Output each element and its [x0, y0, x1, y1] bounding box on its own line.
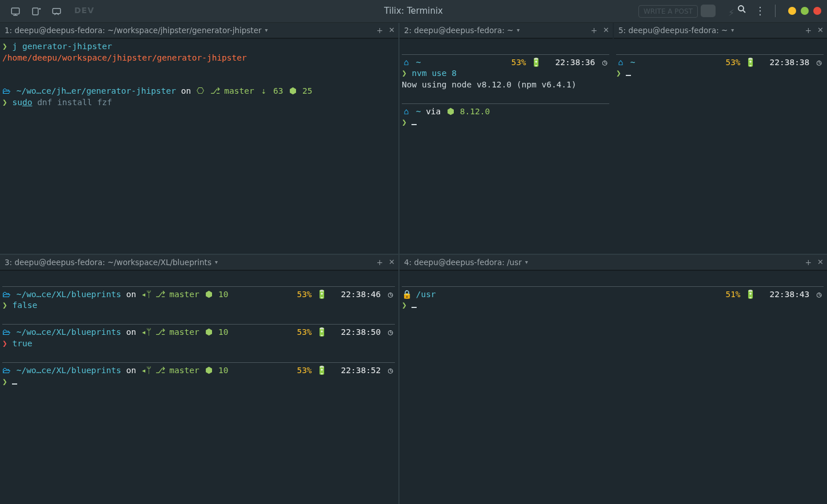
pane-2-tab-label[interactable]: 2: deepu@deepus-fedora: ~ ▾: [403, 25, 521, 35]
pane-2-status-2: ⌂ ~ via ⬢ 8.12.0: [402, 106, 609, 118]
close-terminal-icon[interactable]: ✕: [389, 25, 395, 35]
resolved-path: /home/deepu/workspace/jhipster/generator…: [2, 53, 247, 62]
new-window-icon[interactable]: [31, 6, 41, 17]
cmd-text: j generator-jhipster: [12, 42, 112, 51]
stash-count: 10: [218, 289, 228, 301]
stash-icon: ⬢: [204, 289, 213, 301]
close-terminal-icon[interactable]: ✕: [817, 257, 824, 267]
pane-5-terminal[interactable]: ⌂ ~ 53% 🔋 22:38:38 ◷ ❯: [614, 39, 827, 79]
new-session-icon[interactable]: [10, 6, 21, 17]
node-icon: ⬢: [446, 106, 455, 118]
pane-1-terminal[interactable]: ❯ j generator-jhipster /home/deepu/works…: [0, 39, 398, 108]
chevron-down-icon[interactable]: ▾: [731, 26, 734, 34]
chevron-down-icon[interactable]: ▾: [265, 26, 268, 34]
folder-icon: 🗁: [2, 86, 11, 97]
kebab-menu-icon[interactable]: ⋮: [755, 4, 765, 18]
git-icon: ◂ᛘ: [141, 289, 150, 301]
cmd2-rest: dnf install fzf: [32, 98, 112, 107]
svg-rect-0: [11, 8, 19, 14]
tab-title: 4: deepu@deepus-fedora: /usr: [404, 257, 522, 267]
svg-rect-3: [33, 8, 38, 15]
close-terminal-icon[interactable]: ✕: [389, 257, 395, 267]
via-label: via: [426, 106, 441, 118]
svg-point-7: [738, 6, 744, 11]
pane-3-tab-controls: + ✕: [377, 257, 395, 267]
tab-title: 3: deepu@deepus-fedora: ~/workspace/XL/b…: [5, 257, 211, 267]
git-branch-icon: ⎇: [155, 289, 165, 301]
add-terminal-icon[interactable]: +: [591, 25, 597, 35]
pane-3-status-2: 🗁 ~/wo…ce/XL/blueprints on ◂ᛘ ⎇ master ⬢…: [2, 365, 395, 377]
search-icon[interactable]: [737, 4, 747, 18]
battery-icon: 🔋: [745, 289, 754, 301]
clock-time: 22:38:50: [341, 327, 381, 338]
close-terminal-icon[interactable]: ✕: [603, 25, 609, 35]
pane-2-tab-controls: + ✕: [591, 25, 609, 35]
stash-count: 10: [218, 327, 228, 338]
clock-time: 22:38:38: [769, 57, 809, 69]
pane-4-tab-controls: + ✕: [805, 257, 824, 267]
add-terminal-icon[interactable]: +: [377, 257, 383, 267]
tab-title: 2: deepu@deepus-fedora: ~: [404, 25, 513, 35]
pane-5-tab-label[interactable]: 5: deepu@deepus-fedora: ~ ▾: [617, 25, 735, 35]
clock-time: 22:38:46: [341, 289, 381, 301]
pane-4-terminal[interactable]: 🔒 /usr 51% 🔋 22:38:43 ◷ ❯: [399, 271, 827, 311]
output-line: Now using node v8.12.0 (npm v6.4.1): [402, 79, 609, 91]
status-path: ~/wo…ce/jh…er/generator-jhipster: [17, 86, 176, 97]
chevron-down-icon[interactable]: ▾: [517, 26, 520, 34]
pane-1-tab-controls: + ✕: [377, 25, 395, 35]
svg-line-8: [743, 10, 745, 13]
minimize-button[interactable]: [788, 7, 796, 15]
pane-2-tabstrip: 2: deepu@deepus-fedora: ~ ▾ + ✕: [399, 23, 613, 39]
clock-icon: ◷: [814, 289, 824, 301]
close-terminal-icon[interactable]: ✕: [817, 25, 824, 35]
window-titlebar: DEV Tilix: Terminix WRITE A POST ⚡ ⋮: [0, 0, 827, 23]
battery-pct: 53%: [297, 365, 311, 377]
stash-icon: ⬢: [204, 327, 213, 338]
window-controls: [786, 7, 821, 15]
chevron-down-icon[interactable]: ▾: [525, 258, 528, 266]
pane-4-status: 🔒 /usr 51% 🔋 22:38:43 ◷: [402, 289, 824, 301]
maximize-button[interactable]: [801, 7, 809, 15]
home-icon: ⌂: [402, 106, 411, 118]
add-terminal-icon[interactable]: +: [805, 25, 812, 35]
add-terminal-icon[interactable]: +: [377, 25, 383, 35]
titlebar-separator: [775, 5, 776, 17]
clock-time: 22:38:43: [769, 289, 809, 301]
cmd-text: true: [12, 339, 32, 348]
status-path: /usr: [416, 289, 436, 301]
pane-3-tab-label[interactable]: 3: deepu@deepus-fedora: ~/workspace/XL/b…: [3, 257, 219, 267]
branch-name: master: [169, 327, 199, 338]
pane-4-tabstrip: 4: deepu@deepus-fedora: /usr ▾ + ✕: [399, 255, 827, 271]
pane-4-tab-label[interactable]: 4: deepu@deepus-fedora: /usr ▾: [403, 257, 529, 267]
pane-5-tabstrip: 5: deepu@deepus-fedora: ~ ▾ + ✕: [614, 23, 827, 39]
pane-1-tab-label[interactable]: 1: deepu@deepus-fedora: ~/workspace/jhip…: [3, 25, 269, 35]
clock-time: 22:38:52: [341, 365, 381, 377]
lock-icon: 🔒: [402, 289, 411, 301]
stash-icon: ⬢: [288, 86, 297, 97]
battery-pct: 51%: [725, 289, 740, 301]
pane-2: 2: deepu@deepus-fedora: ~ ▾ + ✕ ⌂ ~ 53% …: [399, 23, 613, 254]
clock-icon: ◷: [814, 57, 824, 69]
pane-1-tabstrip: 1: deepu@deepus-fedora: ~/workspace/jhip…: [0, 23, 398, 39]
pane-2-terminal[interactable]: ⌂ ~ 53% 🔋 22:38:36 ◷ ❯ nvm use 8 Now usi…: [399, 39, 613, 129]
status-on: on: [181, 86, 191, 97]
on-label: on: [126, 365, 136, 377]
chevron-down-icon[interactable]: ▾: [215, 258, 218, 266]
add-terminal-icon[interactable]: +: [805, 257, 812, 267]
on-label: on: [126, 289, 136, 301]
cmd2-b: do: [22, 98, 32, 107]
branch-name: master: [169, 289, 199, 301]
battery-pct: 53%: [297, 327, 311, 338]
pane-4: 4: deepu@deepus-fedora: /usr ▾ + ✕ 🔒 /us…: [399, 255, 827, 504]
ghost-write-post-button: WRITE A POST: [638, 5, 698, 18]
close-button[interactable]: [813, 7, 821, 15]
pane-3-terminal[interactable]: 🗁 ~/wo…ce/XL/blueprints on ◂ᛘ ⎇ master ⬢…: [0, 271, 398, 387]
branch-name: master: [224, 86, 254, 97]
battery-icon: 🔋: [317, 327, 326, 338]
pane-3: 3: deepu@deepus-fedora: ~/workspace/XL/b…: [0, 255, 398, 504]
git-branch-icon: ⎇: [155, 327, 165, 338]
sync-input-icon[interactable]: [51, 6, 62, 17]
behind-icon: ⇣: [259, 86, 268, 97]
clock-icon: ◷: [386, 327, 395, 338]
terminal-grid: 1: deepu@deepus-fedora: ~/workspace/jhip…: [0, 23, 827, 504]
